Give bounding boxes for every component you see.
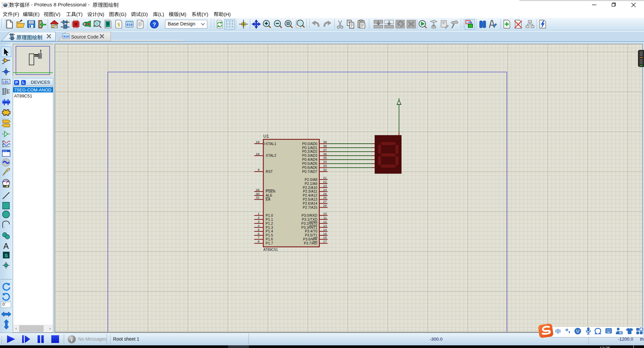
svg-text:3: 3 (258, 220, 259, 223)
svg-text:36: 36 (323, 152, 327, 156)
svg-text:A: A (3, 241, 9, 250)
svg-text:P2.4/A12: P2.4/A12 (303, 193, 317, 197)
svg-text:P2.6/A14: P2.6/A14 (303, 201, 317, 205)
svg-text:33: 33 (323, 164, 327, 167)
svg-text:010: 010 (126, 23, 132, 27)
svg-text:17: 17 (323, 239, 327, 243)
svg-text:P0.3/AD3: P0.3/AD3 (302, 153, 317, 157)
svg-text:9: 9 (258, 168, 259, 171)
svg-text:5: 5 (258, 228, 259, 231)
svg-text:P0.0/AD0: P0.0/AD0 (302, 142, 317, 146)
svg-text:S: S (4, 253, 8, 258)
svg-text:30: 30 (256, 192, 260, 196)
svg-text:P0.6/AD6: P0.6/AD6 (302, 165, 317, 169)
svg-text:35: 35 (323, 156, 327, 159)
svg-text:P1.6: P1.6 (266, 237, 273, 241)
svg-text:P1.0: P1.0 (266, 213, 273, 217)
svg-text:P0.2/AD2: P0.2/AD2 (302, 149, 317, 153)
svg-text:XTAL2: XTAL2 (266, 153, 276, 157)
svg-text:1: 1 (258, 212, 259, 215)
svg-text:P3.5/T1: P3.5/T1 (305, 233, 317, 237)
svg-text:P0.7/AD7: P0.7/AD7 (302, 169, 317, 173)
svg-text:LBL: LBL (3, 80, 9, 84)
svg-text:4: 4 (258, 224, 260, 227)
svg-text:AT89C51: AT89C51 (263, 248, 278, 252)
svg-text:RST: RST (266, 169, 273, 173)
svg-text:P1.1: P1.1 (266, 217, 273, 221)
svg-text:P0.1/AD1: P0.1/AD1 (302, 146, 317, 150)
svg-text:P0.5/AD5: P0.5/AD5 (302, 161, 317, 165)
svg-text:P0.4/AD4: P0.4/AD4 (302, 157, 317, 161)
svg-text:22: 22 (323, 180, 327, 184)
svg-text:18: 18 (256, 152, 260, 156)
svg-text:ALE: ALE (266, 193, 272, 197)
svg-text:24: 24 (323, 188, 327, 192)
svg-text:P1.4: P1.4 (266, 229, 273, 233)
svg-text:28: 28 (619, 331, 622, 334)
svg-text:29: 29 (256, 188, 260, 192)
svg-text:32: 32 (323, 168, 327, 171)
svg-text:P1.5: P1.5 (266, 233, 273, 237)
svg-text:27: 27 (323, 200, 327, 203)
svg-text:P2.2/A10: P2.2/A10 (303, 186, 317, 190)
svg-text:i: i (71, 337, 73, 343)
svg-text:26: 26 (323, 196, 327, 199)
svg-text:P1.3: P1.3 (266, 225, 273, 229)
svg-text:38: 38 (323, 144, 327, 148)
svg-text:P3.1/TXD: P3.1/TXD (302, 217, 317, 221)
svg-text:13: 13 (323, 224, 327, 227)
svg-text:34: 34 (323, 160, 327, 163)
svg-text:31: 31 (256, 196, 260, 199)
svg-text:7: 7 (258, 235, 259, 239)
svg-text:25: 25 (323, 192, 327, 196)
svg-text:21: 21 (323, 176, 327, 180)
svg-text:P3.0/RXD: P3.0/RXD (302, 213, 317, 217)
svg-text:XTAL1: XTAL1 (266, 142, 276, 146)
svg-text:15: 15 (323, 232, 327, 235)
svg-text:37: 37 (323, 148, 327, 152)
svg-text:P3.4/T0: P3.4/T0 (305, 229, 317, 233)
svg-text:10: 10 (323, 212, 327, 215)
svg-text:2: 2 (258, 216, 259, 219)
svg-text:U1: U1 (263, 134, 269, 139)
svg-text:16: 16 (323, 235, 327, 239)
svg-text:P2.7/A15: P2.7/A15 (303, 205, 317, 209)
svg-text:8: 8 (258, 239, 259, 243)
svg-text:P1.2: P1.2 (266, 221, 273, 225)
svg-text:19: 19 (256, 140, 260, 144)
svg-text:6: 6 (258, 232, 259, 235)
svg-text:P2.3/A11: P2.3/A11 (303, 189, 317, 193)
svg-text:010: 010 (63, 35, 69, 39)
svg-text:P2.5/A13: P2.5/A13 (303, 197, 317, 201)
svg-text:$: $ (117, 21, 120, 28)
svg-text:28: 28 (323, 204, 327, 207)
svg-text:23: 23 (323, 184, 327, 188)
svg-text:?: ? (153, 21, 156, 28)
svg-text:11: 11 (323, 216, 327, 219)
svg-text:P2.1/A9: P2.1/A9 (305, 182, 317, 186)
svg-text:P2.0/A8: P2.0/A8 (305, 178, 317, 182)
svg-text:12: 12 (323, 220, 327, 223)
svg-text:39: 39 (323, 140, 327, 144)
svg-text:14: 14 (323, 228, 327, 231)
svg-text:P1.7: P1.7 (266, 241, 273, 245)
